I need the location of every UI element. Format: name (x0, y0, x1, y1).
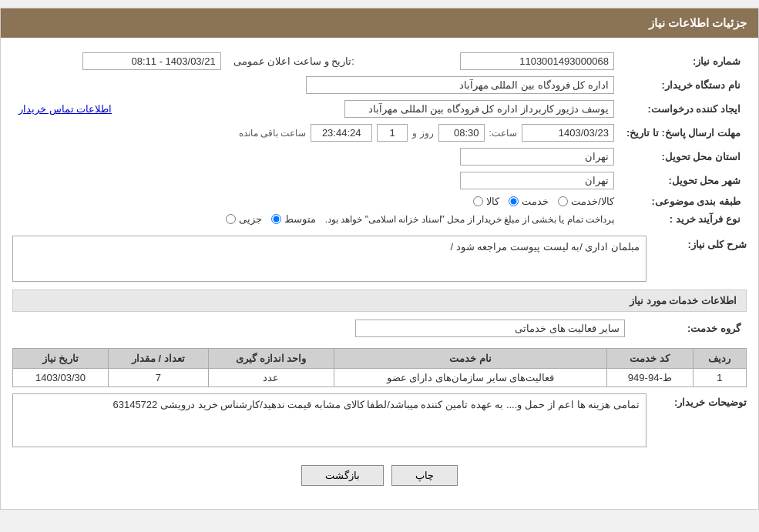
nam-dastgah-box: اداره کل فرودگاه بین المللی مهرآباد (306, 76, 614, 94)
page-header: جزئیات اطلاعات نیاز (1, 8, 758, 38)
ettelaat-link[interactable]: اطلاعات تماس خریدار (18, 103, 112, 115)
shahr-tahvil-value: تهران (12, 169, 620, 192)
tarikh-box: 1403/03/21 - 08:11 (82, 52, 221, 70)
button-row: چاپ بازگشت (12, 453, 747, 497)
shomare-niaz-box: 1103001493000068 (460, 52, 614, 70)
radio-kala-khedmat[interactable]: کالا/خدمت (558, 196, 614, 207)
shahr-tahvil-label: شهر محل تحویل: (620, 169, 747, 192)
mohlat-timer-box: 23:44:24 (311, 124, 372, 142)
radio-jozvi-input[interactable] (226, 214, 236, 224)
noe-farayand-options: پرداخت تمام یا بخشی از مبلغ خریدار از مح… (12, 210, 620, 228)
mohlat-date-box: 1403/03/23 (522, 124, 614, 142)
main-container: جزئیات اطلاعات نیاز شماره نیاز: 11030014… (0, 8, 759, 510)
row-ostan-tahvil: استان محل تحویل: تهران (12, 145, 747, 169)
tabaghe-options: کالا/خدمت خدمت کالا (12, 192, 620, 210)
goroh-label: گروه خدمت: (631, 316, 747, 340)
tarikh-value: 1403/03/21 - 08:11 (12, 49, 227, 73)
back-button[interactable]: بازگشت (301, 465, 384, 486)
goroh-box: سایر فعالیت های خدماتی (355, 320, 625, 337)
sharh-niaz-section: شرح کلی نیاز: مبلمان اداری /به لیست پیوس… (12, 236, 747, 282)
table-row: 1ط-94-949فعالیت‌های سایر سازمان‌های دارا… (13, 369, 747, 387)
motavasset-label: متوسط (284, 213, 316, 225)
row-shahr-tahvil: شهر محل تحویل: تهران (12, 169, 747, 192)
services-table-header-row: ردیف کد خدمت نام خدمت واحد اندازه گیری ت… (13, 349, 747, 369)
page-title: جزئیات اطلاعات نیاز (649, 16, 747, 29)
ijad-konande-box: یوسف دژیور کاربرداز اداره کل فرودگاه بین… (344, 100, 614, 118)
mohlat-rooz-label: روز و (412, 128, 433, 139)
khedmat-label: خدمت (522, 196, 549, 207)
tarikh-label: تاریخ و ساعت اعلان عمومی: (227, 49, 361, 73)
row-goroh: گروه خدمت: سایر فعالیت های خدماتی (12, 316, 747, 340)
ijad-konande-value: یوسف دژیور کاربرداز اداره کل فرودگاه بین… (227, 97, 620, 121)
radio-khedmat-input[interactable] (509, 196, 519, 206)
row-mohlat: مهلت ارسال پاسخ: تا تاریخ: 1403/03/23 سا… (12, 121, 747, 145)
ijad-konande-label: ایجاد کننده درخواست: (620, 97, 747, 121)
ostan-tahvil-value: تهران (12, 145, 620, 169)
radio-khedmat[interactable]: خدمت (509, 196, 549, 207)
shomare-niaz-value: 1103001493000068 (384, 49, 620, 73)
tabaghe-label: طبقه بندی موضوعی: (620, 192, 747, 210)
col-radif: ردیف (693, 349, 746, 369)
kala-label: کالا (486, 196, 499, 207)
row-noe-farayand: نوع فرآیند خرید : پرداخت تمام یا بخشی از… (12, 210, 747, 228)
col-tarikh: تاریخ نیاز (13, 349, 109, 369)
sharh-niaz-label: شرح کلی نیاز: (654, 236, 747, 250)
col-kod-khedmat: کد خدمت (607, 349, 694, 369)
shahr-tahvil-box: تهران (460, 172, 614, 189)
radio-motavasset-input[interactable] (271, 214, 281, 224)
print-button[interactable]: چاپ (391, 465, 458, 486)
kala-khedmat-label: کالا/خدمت (571, 196, 614, 207)
radio-kala[interactable]: کالا (473, 196, 499, 207)
khadamat-section-header: اطلاعات خدمات مورد نیاز (12, 289, 747, 312)
shomare-niaz-label: شماره نیاز: (620, 49, 747, 73)
col-nam-khedmat: نام خدمت (334, 349, 607, 369)
mohlat-label: مهلت ارسال پاسخ: تا تاریخ: (620, 121, 747, 145)
mohlat-row: 1403/03/23 ساعت: 08:30 روز و 1 23:44:24 … (12, 121, 620, 145)
services-table: ردیف کد خدمت نام خدمت واحد اندازه گیری ت… (12, 348, 747, 387)
mohlat-rooz-box: 1 (377, 124, 408, 142)
mohlat-saat-label: ساعت: (489, 128, 517, 139)
ostan-tahvil-label: استان محل تحویل: (620, 145, 747, 169)
sharh-niaz-box[interactable]: مبلمان اداری /به لیست پیوست مراجعه شود / (12, 236, 646, 282)
mohlat-saat-box: 08:30 (438, 124, 485, 142)
goroh-table: گروه خدمت: سایر فعالیت های خدماتی (12, 316, 747, 340)
row-ijad-konande: ایجاد کننده درخواست: یوسف دژیور کاربرداز… (12, 97, 747, 121)
col-vahed: واحد اندازه گیری (208, 349, 334, 369)
goroh-value: سایر فعالیت های خدماتی (12, 316, 631, 340)
row-shomare-tarikh: شماره نیاز: 1103001493000068 تاریخ و ساع… (12, 49, 747, 73)
radio-kala-input[interactable] (473, 196, 483, 206)
tozihat-label: توضیحات خریدار: (654, 393, 747, 408)
noe-farayand-desc: پرداخت تمام یا بخشی از مبلغ خریدار از مح… (325, 214, 614, 225)
row-nam-dastgah: نام دستگاه خریدار: اداره کل فرودگاه بین … (12, 73, 747, 97)
radio-kala-khedmat-input[interactable] (558, 196, 568, 206)
radio-motavasset[interactable]: متوسط (271, 213, 316, 225)
tozihat-section: توضیحات خریدار: تمامی هزینه ها اعم از حم… (12, 393, 747, 447)
noe-farayand-label: نوع فرآیند خرید : (620, 210, 747, 228)
nam-dastgah-label: نام دستگاه خریدار: (620, 73, 747, 97)
mohlat-baghimande-label: ساعت باقی مانده (239, 128, 307, 139)
row-tabaghe: طبقه بندی موضوعی: کالا/خدمت خدمت کالا (12, 192, 747, 210)
jozvi-label: جزیی (239, 213, 262, 225)
col-tedad: تعداد / مقدار (108, 349, 208, 369)
info-table: شماره نیاز: 1103001493000068 تاریخ و ساع… (12, 49, 747, 228)
ostan-tahvil-box: تهران (460, 148, 614, 166)
nam-dastgah-value: اداره کل فرودگاه بین المللی مهرآباد (12, 73, 620, 97)
radio-jozvi[interactable]: جزیی (226, 213, 262, 225)
tozihat-box[interactable]: تمامی هزینه ها اعم از حمل و.... به عهده … (12, 393, 646, 447)
